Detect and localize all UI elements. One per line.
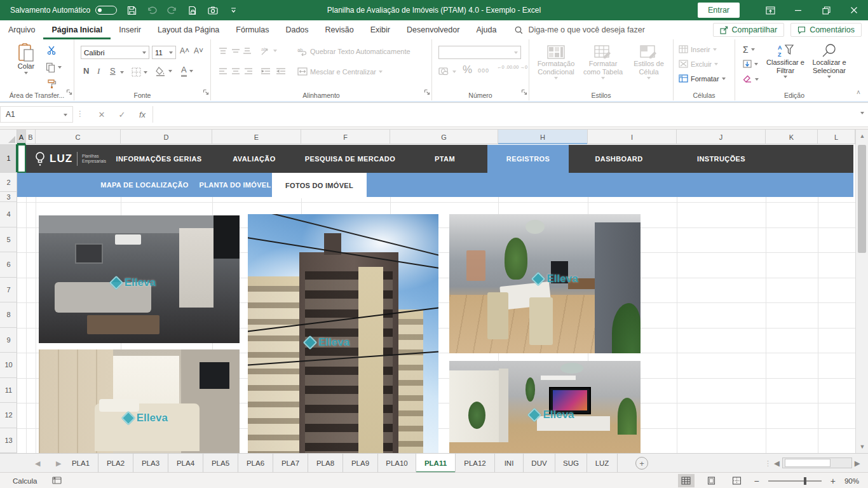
row-header-11[interactable]: 11 [0,378,17,403]
tab-pagina-inicial[interactable]: Página Inicial [43,20,111,39]
row-header-4[interactable]: 4 [0,202,17,227]
sheet-nav-right-icon[interactable]: ▶ [56,454,61,473]
sort-filter-button[interactable]: AZ Classificar e Filtrar [764,43,806,78]
name-box[interactable]: A1 [0,106,73,123]
vertical-scroll-thumb[interactable] [858,145,866,253]
sheet-tab-pla3[interactable]: PLA3 [133,454,168,473]
namebox-resizer[interactable]: ⋮ [76,109,84,118]
copy-button[interactable] [46,62,62,72]
sheet-tab-pla4[interactable]: PLA4 [168,454,203,473]
sheet-nav-left-icon[interactable]: ◀ [35,454,40,473]
tab-inserir[interactable]: Inserir [111,20,149,39]
fill-button[interactable] [743,60,758,68]
page-layout-view-icon[interactable] [703,474,720,487]
collapse-ribbon-icon[interactable]: ˄ [857,89,860,96]
sheet-tab-pla11[interactable]: PLA11 [416,454,456,473]
subtab-mapa-de-localizacao[interactable]: MAPA DE LOCALIZAÇÃO [86,173,203,197]
nav-item-registros[interactable]: REGISTROS [487,145,569,173]
row-header-1[interactable]: 1 [0,144,17,173]
sheet-tab-pla1[interactable]: PLA1 [64,454,98,473]
nav-item-dashboard[interactable]: DASHBOARD [571,145,667,173]
row-header-13[interactable]: 13 [0,428,17,454]
tab-layout-da-pagina[interactable]: Layout da Página [149,20,227,39]
paste-button[interactable]: Colar [11,43,41,74]
font-name-combo[interactable]: Calibri [81,46,149,59]
scroll-up-icon[interactable]: ▲ [856,130,868,142]
sheet-tab-pla8[interactable]: PLA8 [308,454,343,473]
zoom-slider-thumb[interactable] [804,477,806,485]
increase-font-icon[interactable]: A˄ [180,46,189,55]
sheet-tab-ini[interactable]: INI [495,454,524,473]
nav-item-pesquisa-de-mercado[interactable]: PESQUISA DE MERCADO [290,145,410,173]
number-dialog-launcher[interactable] [521,86,527,98]
close-button[interactable] [840,0,868,20]
photo-dining-room[interactable]: Elleva [449,214,641,353]
tab-arquivo[interactable]: Arquivo [0,20,43,39]
row-header-7[interactable]: 7 [0,278,17,303]
font-size-combo[interactable]: 11 [152,46,176,59]
tab-ajuda[interactable]: Ajuda [468,20,505,39]
select-all-corner[interactable] [0,130,17,144]
hscroll-left-icon[interactable]: ◀ [774,459,780,468]
row-header-5[interactable]: 5 [0,227,17,253]
tab-formulas[interactable]: Fórmulas [227,20,277,39]
autosave-toggle[interactable] [95,6,117,15]
col-header-i[interactable]: I [588,130,677,144]
photo-living-room-dark[interactable]: Elleva [39,215,240,343]
underline-dropdown[interactable] [120,71,124,74]
active-cell-a1[interactable] [17,144,26,173]
tab-revisao[interactable]: Revisão [317,20,362,39]
save-icon[interactable] [126,4,137,16]
col-header-b[interactable]: B [26,130,36,144]
borders-icon[interactable] [132,67,147,77]
photo-building-facade[interactable]: Elleva [248,214,438,453]
bold-button[interactable]: N [83,66,89,76]
sheet-tab-sug[interactable]: SUG [555,454,587,473]
subtab-planta-do-imovel[interactable]: PLANTA DO IMÓVEL [187,173,283,197]
hscroll-right-icon[interactable]: ▶ [855,459,860,468]
alignment-dialog-launcher[interactable] [424,86,430,98]
row-header-10[interactable]: 10 [0,353,17,378]
new-sheet-button[interactable]: + [635,457,648,470]
zoom-slider[interactable] [768,480,822,482]
page-break-view-icon[interactable] [729,474,745,487]
sheet-tab-luz[interactable]: LUZ [587,454,618,473]
nav-item-informacoes-gerias[interactable]: INFORMAÇÕES GERIAS [95,145,222,173]
col-header-a[interactable]: A [17,130,26,144]
autosave-control[interactable]: Salvamento Automático [10,6,117,15]
sheet-tab-pla2[interactable]: PLA2 [98,454,133,473]
clipboard-dialog-launcher[interactable] [66,86,72,98]
horizontal-scrollbar[interactable]: ◀ ▶ [774,457,860,469]
ribbon-display-options-icon[interactable] [756,0,784,20]
zoom-in-icon[interactable]: + [831,476,836,486]
tab-exibir[interactable]: Exibir [362,20,398,39]
format-cells-button[interactable]: Formatar [679,74,726,83]
sheet-tab-pla5[interactable]: PLA5 [203,454,238,473]
cut-button[interactable] [47,46,57,55]
format-painter-button[interactable] [47,79,57,88]
sheet-tab-pla7[interactable]: PLA7 [273,454,308,473]
row-header-2[interactable]: 2 [0,173,17,192]
tell-me-search[interactable]: Diga-me o que você deseja fazer [515,25,644,34]
sheet-tab-pla9[interactable]: PLA9 [343,454,378,473]
tab-dados[interactable]: Dados [277,20,316,39]
macro-record-icon[interactable] [52,476,62,485]
col-header-c[interactable]: C [36,130,121,144]
comments-button[interactable]: Comentários [790,23,862,37]
insert-function-icon[interactable]: fx [135,108,150,121]
subtab-fotos-do-imovel[interactable]: FOTOS DO IMÓVEL [272,173,367,198]
row-header-12[interactable]: 12 [0,403,17,428]
share-button[interactable]: Compartilhar [713,23,785,37]
col-header-d[interactable]: D [121,130,212,144]
vertical-scrollbar[interactable]: ▲ ▼ [855,130,868,453]
sheet-tab-pla6[interactable]: PLA6 [238,454,273,473]
horizontal-scroll-thumb[interactable] [785,459,831,467]
normal-view-icon[interactable] [678,474,695,487]
zoom-out-icon[interactable]: − [754,476,759,486]
underline-button[interactable]: S [110,66,116,76]
font-color-icon[interactable]: A [181,65,193,77]
col-header-k[interactable]: K [766,130,818,144]
row-header-8[interactable]: 8 [0,302,17,328]
col-header-h[interactable]: H [498,130,588,144]
autosum-button[interactable]: Σ [743,44,755,55]
